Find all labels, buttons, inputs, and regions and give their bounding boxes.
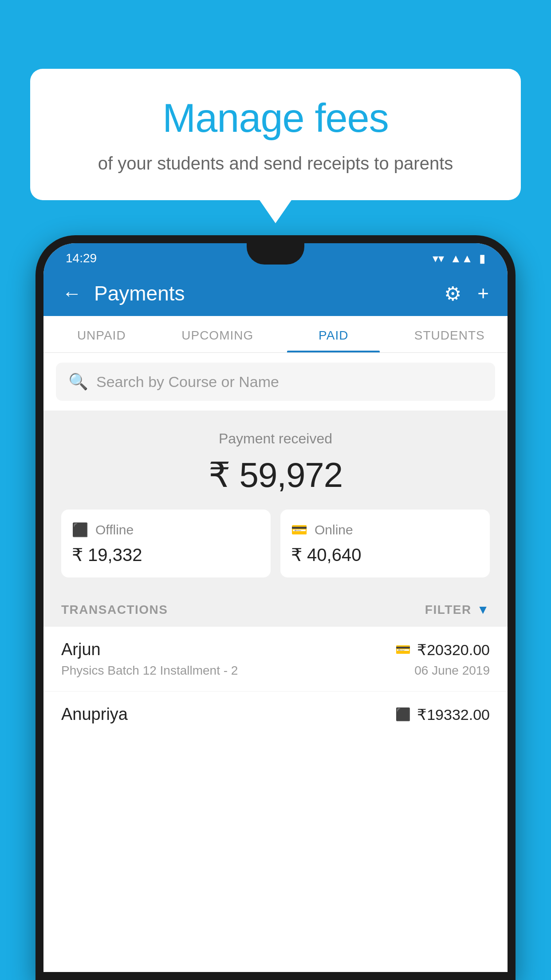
tab-students[interactable]: STUDENTS bbox=[392, 316, 508, 352]
table-row[interactable]: Anupriya ⬛ ₹19332.00 bbox=[43, 692, 508, 733]
transaction-list: Arjun 💳 ₹20320.00 Physics Batch 12 Insta… bbox=[43, 627, 508, 972]
online-card-header: 💳 Online bbox=[291, 522, 479, 537]
signal-icon: ▲▲ bbox=[450, 252, 473, 265]
transaction-date: 06 June 2019 bbox=[414, 664, 490, 678]
battery-icon: ▮ bbox=[479, 252, 485, 265]
transaction-amount-wrap: 💳 ₹20320.00 bbox=[395, 641, 490, 659]
offline-amount: ₹ 19,332 bbox=[72, 545, 260, 565]
tabs: UNPAID UPCOMING PAID STUDENTS bbox=[43, 316, 508, 353]
bubble-title: Manage fees bbox=[52, 95, 499, 141]
transaction-description: Physics Batch 12 Installment - 2 bbox=[61, 664, 238, 678]
transaction-name: Arjun bbox=[61, 640, 101, 659]
offline-card-header: ⬛ Offline bbox=[72, 522, 260, 537]
top-bar-left: ← Payments bbox=[62, 281, 185, 305]
transaction-row-top: Anupriya ⬛ ₹19332.00 bbox=[61, 705, 490, 724]
back-button[interactable]: ← bbox=[62, 282, 82, 304]
transactions-header: TRANSACTIONS FILTER ▼ bbox=[43, 593, 508, 627]
search-input[interactable]: Search by Course or Name bbox=[96, 373, 279, 391]
filter-label: FILTER bbox=[425, 603, 472, 617]
top-bar: ← Payments ⚙ + bbox=[43, 271, 508, 316]
transaction-row-top: Arjun 💳 ₹20320.00 bbox=[61, 640, 490, 659]
wifi-icon: ▾▾ bbox=[433, 252, 444, 265]
transaction-amount: ₹19332.00 bbox=[417, 706, 490, 723]
table-row[interactable]: Arjun 💳 ₹20320.00 Physics Batch 12 Insta… bbox=[43, 627, 508, 692]
payment-total-amount: ₹ 59,972 bbox=[61, 455, 490, 495]
offline-card: ⬛ Offline ₹ 19,332 bbox=[61, 510, 271, 577]
search-bar[interactable]: 🔍 Search by Course or Name bbox=[56, 363, 495, 401]
payment-cards: ⬛ Offline ₹ 19,332 💳 Online ₹ 40,640 bbox=[61, 510, 490, 577]
search-container: 🔍 Search by Course or Name bbox=[43, 353, 508, 411]
add-icon[interactable]: + bbox=[477, 282, 489, 304]
top-bar-right: ⚙ + bbox=[444, 282, 489, 305]
transaction-name: Anupriya bbox=[61, 705, 128, 724]
page-title: Payments bbox=[94, 281, 185, 305]
tab-paid[interactable]: PAID bbox=[276, 316, 392, 352]
online-icon: 💳 bbox=[291, 522, 307, 537]
payment-summary: Payment received ₹ 59,972 ⬛ Offline ₹ 19… bbox=[43, 411, 508, 593]
status-icons: ▾▾ ▲▲ ▮ bbox=[433, 252, 485, 265]
bubble-subtitle: of your students and send receipts to pa… bbox=[52, 151, 499, 176]
filter-button[interactable]: FILTER ▼ bbox=[425, 603, 490, 617]
tab-upcoming[interactable]: UPCOMING bbox=[160, 316, 276, 352]
filter-icon: ▼ bbox=[477, 603, 490, 617]
payment-received-label: Payment received bbox=[61, 431, 490, 447]
tab-unpaid[interactable]: UNPAID bbox=[43, 316, 160, 352]
transaction-row-bottom: Physics Batch 12 Installment - 2 06 June… bbox=[61, 664, 490, 678]
phone-frame: 14:29 ▾▾ ▲▲ ▮ ← Payments ⚙ + UNPAID UPCO… bbox=[35, 235, 516, 980]
status-time: 14:29 bbox=[66, 251, 97, 265]
search-icon: 🔍 bbox=[68, 372, 88, 391]
phone-screen: 14:29 ▾▾ ▲▲ ▮ ← Payments ⚙ + UNPAID UPCO… bbox=[43, 243, 508, 972]
speech-bubble: Manage fees of your students and send re… bbox=[30, 69, 521, 200]
online-label: Online bbox=[315, 522, 353, 537]
status-bar: 14:29 ▾▾ ▲▲ ▮ bbox=[43, 243, 508, 271]
settings-icon[interactable]: ⚙ bbox=[444, 282, 461, 305]
offline-label: Offline bbox=[95, 522, 134, 537]
transaction-amount-wrap: ⬛ ₹19332.00 bbox=[395, 706, 490, 723]
transaction-amount: ₹20320.00 bbox=[417, 641, 490, 659]
online-card: 💳 Online ₹ 40,640 bbox=[280, 510, 490, 577]
card-icon: 💳 bbox=[395, 642, 411, 657]
online-amount: ₹ 40,640 bbox=[291, 545, 479, 565]
offline-payment-icon: ⬛ bbox=[395, 707, 411, 722]
transactions-label: TRANSACTIONS bbox=[61, 603, 168, 617]
offline-icon: ⬛ bbox=[72, 522, 88, 537]
